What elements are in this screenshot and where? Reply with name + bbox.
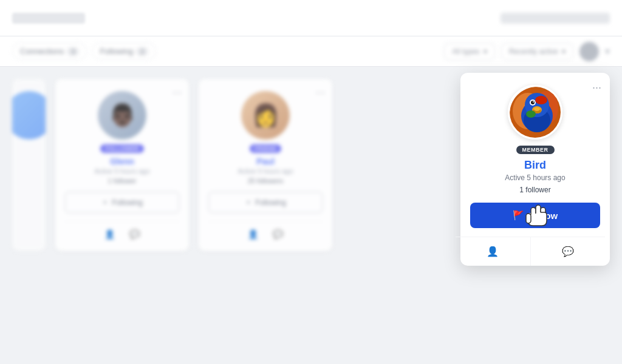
popup-card: ···	[460, 73, 610, 266]
popup-footer: 👤 💬	[456, 237, 605, 266]
card1-active: Active 5 hours ago	[94, 167, 149, 175]
chat-icon[interactable]: 💬	[129, 229, 140, 239]
popup-follow-btn[interactable]: 🚩 Follow	[470, 203, 600, 228]
connections-label: Connections	[20, 47, 64, 56]
popup-followers: 1 follower	[519, 186, 550, 194]
connections-count: 3	[67, 47, 79, 56]
card1-followers: 1 follower	[108, 177, 136, 184]
card2-footer: 👤 💬	[208, 221, 323, 239]
user-avatar[interactable]	[579, 42, 599, 61]
popup-profile-btn[interactable]: 👤	[456, 237, 531, 266]
top-bar	[0, 0, 622, 36]
card1-avatar-img: 👨🏿	[98, 91, 146, 140]
popup-chat-icon: 💬	[562, 246, 574, 257]
popup-chat-btn[interactable]: 💬	[531, 237, 606, 266]
follow-flag-icon: 🚩	[513, 210, 524, 221]
partial-card	[12, 79, 46, 251]
following-tab[interactable]: Following 2	[92, 42, 156, 60]
member-card-1: ··· 👨🏿 FOLLOWER Glenn Active 5 hours ago…	[55, 79, 189, 251]
chat-icon2[interactable]: 💬	[273, 229, 283, 239]
popup-active: Active 5 hours ago	[505, 174, 565, 182]
card1-avatar: 👨🏿	[98, 91, 146, 140]
popup-avatar	[508, 85, 562, 140]
following-count: 2	[136, 47, 148, 56]
popup-follow-label: Follow	[529, 211, 558, 221]
content-area: ··· 👨🏿 FOLLOWER Glenn Active 5 hours ago…	[0, 67, 622, 263]
card2-badge: FRIEND	[250, 144, 282, 153]
sub-nav: Connections 3 Following 2 All types ▾ Re…	[0, 36, 622, 67]
sort-type: All types	[452, 47, 479, 56]
connections-tab[interactable]: Connections 3	[12, 42, 87, 60]
card1-footer: 👤 💬	[65, 221, 179, 239]
card2-avatar-img: 👩	[241, 91, 290, 140]
member-card-2: ··· 👩 FRIEND Paul Active 5 hours ago 25 …	[199, 79, 332, 251]
svg-point-9	[531, 101, 535, 104]
card2-follow-icon: ＋	[245, 197, 252, 207]
card2-active: Active 5 hours ago	[238, 167, 293, 175]
profile-icon[interactable]: 👤	[104, 229, 115, 239]
chevron-icon: ▾	[484, 47, 487, 56]
chevron-icon3: ▾	[605, 46, 610, 57]
svg-point-10	[533, 101, 534, 103]
popup-name[interactable]: Bird	[524, 159, 546, 172]
card1-follow-label: Following	[112, 198, 143, 207]
popup-dots[interactable]: ···	[592, 81, 601, 94]
svg-point-11	[535, 96, 547, 104]
card1-badge: FOLLOWER	[100, 144, 144, 153]
card2-follow-btn[interactable]: ＋ Following	[208, 192, 323, 213]
top-bar-right	[501, 13, 610, 24]
svg-point-13	[534, 107, 540, 111]
following-label: Following	[100, 47, 133, 56]
top-bar-left	[12, 13, 85, 24]
profile-icon2[interactable]: 👤	[248, 229, 258, 239]
card2-dots[interactable]: ···	[316, 86, 325, 99]
sort-order: Recently active	[509, 47, 558, 56]
card2-name[interactable]: Paul	[256, 157, 275, 166]
card1-name[interactable]: Glenn	[110, 157, 134, 166]
card1-follow-icon: ＋	[101, 197, 109, 207]
card1-dots[interactable]: ···	[173, 86, 182, 99]
card2-follow-label: Following	[255, 198, 286, 207]
card2-followers: 25 followers	[248, 177, 284, 184]
popup-badge: MEMBER	[516, 146, 555, 154]
card2-avatar: 👩	[241, 91, 290, 140]
chevron-icon2: ▾	[562, 47, 566, 56]
svg-point-12	[526, 110, 536, 118]
card1-follow-btn[interactable]: ＋ Following	[65, 192, 179, 213]
popup-profile-icon: 👤	[487, 246, 499, 257]
